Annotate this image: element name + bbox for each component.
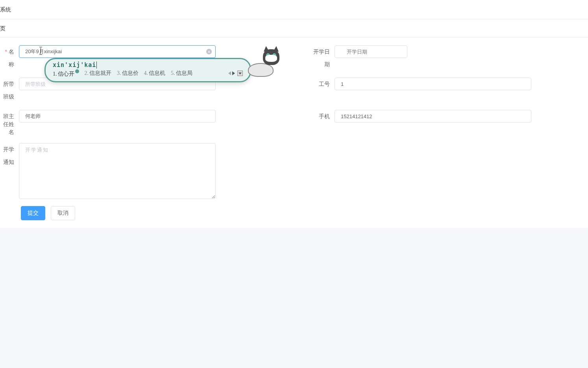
header-title: 系统 xyxy=(0,6,11,13)
name-label: 名称 xyxy=(0,45,19,71)
name-input[interactable] xyxy=(19,45,216,58)
prev-page-icon[interactable] xyxy=(228,71,231,75)
phone-label: 手机 xyxy=(311,110,335,123)
open-date-label: 开学日期 xyxy=(311,45,335,71)
workid-label: 工号 xyxy=(311,78,335,90)
ime-pinyin: xin'xij'kai xyxy=(53,61,243,69)
phone-input[interactable] xyxy=(335,110,531,123)
notice-textarea[interactable] xyxy=(19,143,216,199)
ime-candidate-3[interactable]: 3.信息价 xyxy=(117,70,139,77)
ime-mascot-icon xyxy=(248,49,283,79)
ime-candidate-1[interactable]: 1.信心开 xyxy=(53,69,79,78)
workid-input[interactable] xyxy=(335,78,531,90)
header-bar: 系统 xyxy=(0,0,588,19)
ime-nav xyxy=(228,71,243,76)
teacher-label: 班主任姓名 xyxy=(0,110,19,136)
next-page-icon[interactable] xyxy=(232,71,235,75)
ime-dropdown-button[interactable] xyxy=(237,71,243,76)
ime-candidates: 1.信心开 2.信息就开 3.信息价 4.信息机 5.信息局 xyxy=(53,69,243,78)
submit-button[interactable]: 提交 xyxy=(21,206,45,220)
clear-icon[interactable] xyxy=(206,49,212,54)
notice-label: 开学通知 xyxy=(0,143,19,168)
teacher-input[interactable] xyxy=(19,110,216,123)
chevron-down-icon xyxy=(239,72,242,74)
cloud-icon xyxy=(75,69,79,73)
open-date-input[interactable] xyxy=(335,45,407,58)
breadcrumb-bar: 页 xyxy=(0,19,588,37)
ime-candidate-5[interactable]: 5.信息局 xyxy=(171,70,192,77)
ime-candidate-2[interactable]: 2.信息就开 xyxy=(85,70,112,77)
ime-popup: xin'xij'kai 1.信心开 2.信息就开 3.信息价 4.信息机 5.信… xyxy=(44,58,251,82)
breadcrumb[interactable]: 页 xyxy=(0,25,6,32)
ime-candidate-4[interactable]: 4.信息机 xyxy=(144,70,166,77)
class-label: 所带班级 xyxy=(0,78,19,103)
cancel-button[interactable]: 取消 xyxy=(51,206,75,220)
